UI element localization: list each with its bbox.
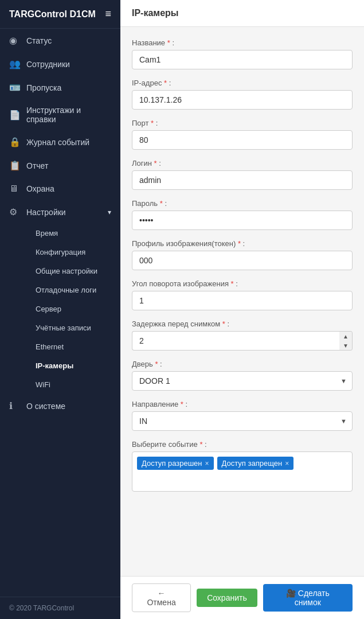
- employees-icon: 👥: [9, 59, 21, 69]
- sidebar-item-wifi[interactable]: WiFi: [26, 375, 120, 394]
- sidebar-item-label-status: Статус: [26, 36, 52, 45]
- main-content: IP-камеры Название * : IP-адрес * : Порт…: [120, 0, 364, 619]
- sidebar-footer: © 2020 TARGControl: [0, 597, 120, 619]
- field-profile: Профиль изображения(токен) * :: [132, 239, 353, 270]
- field-name: Название * :: [132, 38, 353, 69]
- label-direction: Направление * :: [132, 400, 353, 408]
- events-icon: 🔒: [9, 137, 21, 147]
- snapshot-button[interactable]: 🎥 Сделать снимок: [263, 584, 353, 612]
- sidebar-item-status[interactable]: ◉ Статус: [0, 29, 120, 52]
- settings-subnav: Время Конфигурация Общие настройки Отлад…: [0, 224, 120, 394]
- spinner-up-button[interactable]: ▲: [339, 332, 352, 341]
- field-ip: IP-адрес * :: [132, 79, 353, 110]
- sidebar-item-passes[interactable]: 🪪 Пропуска: [0, 76, 120, 99]
- sidebar: TARGControl D1CM ≡ ◉ Статус 👥 Сотрудники…: [0, 0, 120, 619]
- sidebar-item-general[interactable]: Общие настройки: [26, 262, 120, 281]
- event-tags-input[interactable]: Доступ разрешен × Доступ запрещен ×: [132, 451, 353, 492]
- required-star: *: [167, 38, 170, 47]
- select-direction[interactable]: IN OUT: [132, 411, 353, 431]
- chevron-down-icon: ▾: [108, 208, 111, 216]
- label-door: Дверь * :: [132, 360, 353, 368]
- sidebar-item-label-about: О системе: [26, 402, 65, 411]
- sidebar-item-label-settings: Настройки: [26, 208, 66, 217]
- field-port: Порт * :: [132, 119, 353, 150]
- input-name[interactable]: [132, 50, 353, 69]
- label-delay: Задержка перед снимком * :: [132, 320, 353, 328]
- page-title: IP-камеры: [120, 0, 364, 27]
- save-button[interactable]: Сохранить: [197, 589, 257, 607]
- label-name: Название * :: [132, 38, 353, 47]
- input-profile[interactable]: [132, 251, 353, 270]
- input-login[interactable]: [132, 170, 353, 190]
- field-event: Выберите событие * : Доступ разрешен × Д…: [132, 440, 353, 492]
- status-icon: ◉: [9, 35, 21, 46]
- tag-remove-allowed[interactable]: ×: [205, 460, 209, 468]
- field-password: Пароль * :: [132, 199, 353, 230]
- passes-icon: 🪪: [9, 82, 21, 93]
- sidebar-item-time[interactable]: Время: [26, 224, 120, 243]
- input-rotation[interactable]: [132, 291, 353, 310]
- sidebar-item-instructions[interactable]: 📄 Инструктажи и справки: [0, 99, 120, 130]
- input-password[interactable]: [132, 211, 353, 230]
- field-rotation: Угол поворота изображения * :: [132, 279, 353, 310]
- sidebar-item-ipcameras[interactable]: IP-камеры: [26, 356, 120, 375]
- sidebar-item-config[interactable]: Конфигурация: [26, 243, 120, 262]
- tag-access-allowed: Доступ разрешен ×: [137, 457, 214, 470]
- field-delay: Задержка перед снимком * : ▲ ▼: [132, 320, 353, 351]
- action-footer: ← Отмена Сохранить 🎥 Сделать снимок: [120, 576, 364, 619]
- sidebar-item-label-passes: Пропуска: [26, 83, 61, 92]
- label-rotation: Угол поворота изображения * :: [132, 279, 353, 288]
- sidebar-item-events[interactable]: 🔒 Журнал событий: [0, 130, 120, 154]
- security-icon: 🖥: [9, 184, 21, 194]
- door-select-wrap: DOOR 1 DOOR 2 DOOR 3: [132, 371, 353, 391]
- sidebar-header: TARGControl D1CM ≡: [0, 0, 120, 29]
- sidebar-item-security[interactable]: 🖥 Охрана: [0, 177, 120, 200]
- sidebar-item-server[interactable]: Сервер: [26, 299, 120, 318]
- sidebar-item-about[interactable]: ℹ О системе: [0, 394, 120, 418]
- label-ip: IP-адрес * :: [132, 79, 353, 87]
- about-icon: ℹ: [9, 400, 21, 411]
- tag-remove-denied[interactable]: ×: [285, 460, 289, 468]
- input-delay[interactable]: [132, 331, 339, 351]
- spinner-buttons: ▲ ▼: [339, 331, 353, 351]
- delay-spinner-wrap: ▲ ▼: [132, 331, 353, 351]
- field-direction: Направление * : IN OUT: [132, 400, 353, 431]
- input-ip[interactable]: [132, 90, 353, 110]
- hamburger-icon[interactable]: ≡: [105, 8, 111, 20]
- spinner-down-button[interactable]: ▼: [339, 341, 352, 350]
- main-body: Название * : IP-адрес * : Порт * : Логин…: [120, 27, 364, 576]
- field-login: Логин * :: [132, 159, 353, 190]
- sidebar-item-report[interactable]: 📋 Отчет: [0, 154, 120, 177]
- tag-access-denied: Доступ запрещен ×: [217, 457, 294, 470]
- sidebar-item-label-instructions: Инструктажи и справки: [26, 106, 111, 124]
- sidebar-item-label-report: Отчет: [26, 161, 48, 170]
- label-profile: Профиль изображения(токен) * :: [132, 239, 353, 248]
- sidebar-item-employees[interactable]: 👥 Сотрудники: [0, 52, 120, 76]
- sidebar-item-accounts[interactable]: Учётные записи: [26, 318, 120, 337]
- sidebar-nav: ◉ Статус 👥 Сотрудники 🪪 Пропуска 📄 Инстр…: [0, 29, 120, 597]
- select-door[interactable]: DOOR 1 DOOR 2 DOOR 3: [132, 371, 353, 391]
- report-icon: 📋: [9, 160, 21, 171]
- settings-left: ⚙ Настройки: [9, 207, 66, 217]
- label-login: Логин * :: [132, 159, 353, 168]
- tag-label-allowed: Доступ разрешен: [142, 459, 202, 468]
- settings-icon: ⚙: [9, 207, 21, 217]
- sidebar-item-settings[interactable]: ⚙ Настройки ▾: [0, 200, 120, 224]
- direction-select-wrap: IN OUT: [132, 411, 353, 431]
- cancel-button[interactable]: ← Отмена: [132, 583, 191, 612]
- label-event: Выберите событие * :: [132, 440, 353, 449]
- sidebar-item-ethernet[interactable]: Ethernet: [26, 337, 120, 356]
- sidebar-item-label-security: Охрана: [26, 184, 54, 193]
- footer-text: © 2020 TARGControl: [9, 604, 74, 612]
- tag-label-denied: Доступ запрещен: [222, 459, 283, 468]
- field-door: Дверь * : DOOR 1 DOOR 2 DOOR 3: [132, 360, 353, 391]
- input-port[interactable]: [132, 130, 353, 150]
- sidebar-item-label-events: Журнал событий: [26, 138, 89, 147]
- sidebar-item-debug[interactable]: Отладочные логи: [26, 281, 120, 299]
- sidebar-item-label-employees: Сотрудники: [26, 60, 70, 69]
- label-port: Порт * :: [132, 119, 353, 127]
- instructions-icon: 📄: [9, 110, 21, 120]
- app-title: TARGControl D1CM: [9, 9, 96, 20]
- label-password: Пароль * :: [132, 199, 353, 208]
